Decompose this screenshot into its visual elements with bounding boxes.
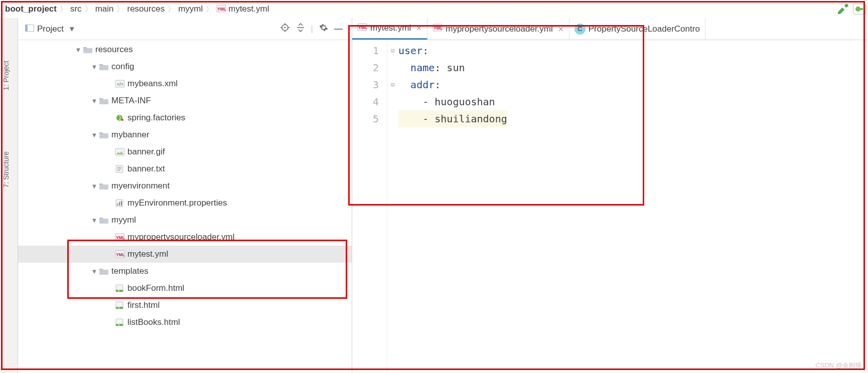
fold-marker [387,59,398,76]
editor-tabs: YMLmytest.yml✕YMLmypropertysourceloader.… [352,18,868,40]
editor-tab[interactable]: CPropertySourceLoaderContro [569,18,705,40]
folder-icon [98,267,109,275]
watermark: CSDN @金刚猿 [815,361,862,370]
code-line[interactable]: addr: [398,76,507,93]
editor-tab[interactable]: YMLmytest.yml✕ [352,18,427,40]
folder-icon [82,46,93,54]
locate-icon[interactable] [280,23,290,35]
svg-text:H: H [118,323,120,326]
tree-file[interactable]: banner.gif [18,143,352,160]
svg-rect-25 [121,201,122,206]
fold-column[interactable]: ⊟⊟ [387,40,398,373]
breadcrumb-item[interactable]: myyml [175,4,206,14]
tree-file[interactable]: banner.txt [18,160,352,177]
fold-marker [387,110,398,127]
yml-icon: YML [216,5,226,13]
tree-file[interactable]: spring.factories [18,109,352,126]
project-view-icon [25,24,34,34]
yml-icon: YML [432,24,443,34]
spring-icon [114,114,125,122]
tree-folder[interactable]: ▼META-INF [18,92,352,109]
collapse-all-icon[interactable] [296,23,305,35]
svg-text:YML: YML [217,7,226,12]
editor-tab[interactable]: YMLmypropertysourceloader.yml✕ [427,18,569,40]
tree-item-label: mytest.yml [125,249,168,259]
tree-file[interactable]: HlistBooks.html [18,314,352,331]
tree-file[interactable]: Hfirst.html [18,297,352,314]
tool-window-bar: 1: Project 7: Structure [0,18,18,373]
tree-file[interactable]: YMLmypropertysourceloader.yml [18,229,352,246]
close-icon[interactable]: ✕ [558,25,564,33]
twisty-icon[interactable]: ▼ [90,63,98,71]
gutter: 12345 [352,40,387,373]
chevron-down-icon[interactable]: ▾ [70,24,74,34]
breadcrumb-item[interactable]: YMLmytest.yml [213,4,272,14]
tree-folder[interactable]: ▼config [18,58,352,75]
tree-file[interactable]: </>mybeans.xml [18,75,352,92]
twisty-icon[interactable]: ▼ [90,182,98,190]
fold-marker[interactable]: ⊟ [387,42,398,59]
breadcrumb: boot_project〉src〉main〉resources〉myyml〉YM… [0,0,868,18]
tree-item-label: first.html [125,300,160,310]
fold-marker[interactable]: ⊟ [387,76,398,93]
tree-item-label: myEnvironment.properties [125,198,227,208]
svg-rect-24 [119,202,120,206]
tree-folder[interactable]: ▼myenvironment [18,177,352,195]
twisty-icon[interactable]: ▼ [74,46,82,54]
side-tab-project[interactable]: 1: Project [2,61,10,90]
twisty-icon[interactable]: ▼ [90,217,98,224]
build-icon[interactable] [837,1,850,17]
tree-item-label: listBooks.html [125,317,180,327]
code-editor[interactable]: 12345 ⊟⊟ user: name: sun addr: - huoguos… [352,40,868,373]
tree-folder[interactable]: ▼myyml [18,212,352,229]
folder-icon [98,97,109,105]
tree-file[interactable]: YMLmytest.yml [18,246,352,263]
run-config-icon[interactable] [853,4,866,15]
line-number: 1 [352,42,379,59]
breadcrumb-item[interactable]: main [92,4,117,14]
gear-icon[interactable] [319,23,328,35]
twisty-icon[interactable]: ▼ [90,268,98,275]
xml-icon: </> [114,80,125,88]
twisty-icon[interactable]: ▼ [90,131,98,139]
svg-text:</>: </> [117,82,123,87]
side-tab-structure[interactable]: 7: Structure [2,151,10,188]
code-line[interactable]: - shuiliandong [398,110,507,127]
html-icon: H [114,318,125,326]
breadcrumb-item[interactable]: resources [124,4,168,14]
project-tree[interactable]: ▼resources▼config</>mybeans.xml▼META-INF… [18,40,352,373]
code-line[interactable]: name: sun [398,59,507,76]
svg-point-7 [284,27,285,28]
folder-icon [98,63,109,71]
hide-icon[interactable]: — [334,24,343,34]
breadcrumb-item[interactable]: src [67,4,85,14]
html-icon: H [114,301,125,309]
code-line[interactable]: - huoguoshan [398,93,507,110]
editor-tab-label: PropertySourceLoaderContro [589,24,700,34]
tree-folder[interactable]: ▼resources [18,41,352,58]
breadcrumb-item[interactable]: boot_project [2,4,60,14]
svg-text:YML: YML [433,26,443,31]
yml-icon: YML [114,250,125,258]
tree-item-label: META-INF [109,96,151,106]
close-icon[interactable]: ✕ [416,24,422,32]
line-number: 2 [352,59,379,76]
twisty-icon[interactable]: ▼ [90,97,98,105]
tree-item-label: mybanner [109,130,150,140]
code-line[interactable]: user: [398,42,507,59]
img-icon [114,148,125,156]
tree-folder[interactable]: ▼mybanner [18,126,352,143]
tree-item-label: mypropertysourceloader.yml [125,232,235,242]
tree-file[interactable]: HbookForm.html [18,280,352,297]
tree-item-label: templates [109,266,149,276]
line-number: 5 [352,110,379,127]
project-panel-header: Project ▾ | — [18,18,352,40]
line-number: 4 [352,93,379,110]
tree-file[interactable]: myEnvironment.properties [18,195,352,212]
svg-text:YML: YML [358,25,367,30]
tree-folder[interactable]: ▼templates [18,263,352,280]
project-panel-title: Project [37,24,64,34]
tree-item-label: resources [93,45,133,55]
folder-icon [98,216,109,224]
svg-text:YML: YML [116,235,125,240]
